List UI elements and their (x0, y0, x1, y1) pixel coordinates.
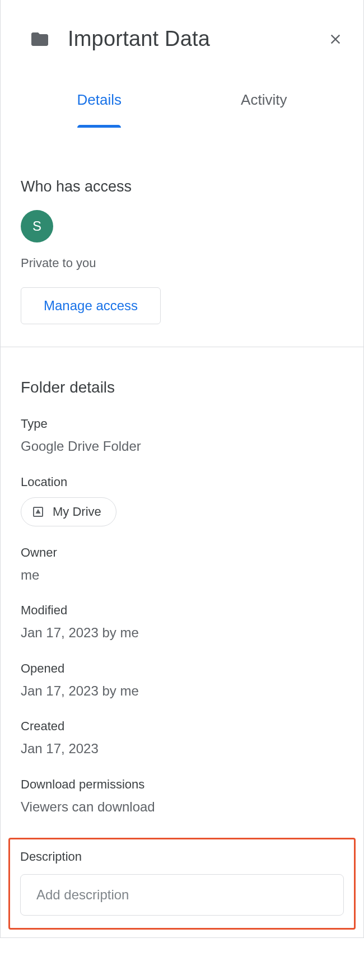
created-value: Jan 17, 2023 (21, 739, 343, 758)
details-panel: Important Data Details Activity Who has … (0, 0, 364, 938)
modified-value: Jan 17, 2023 by me (21, 623, 343, 642)
tab-details[interactable]: Details (77, 91, 122, 128)
folder-details-section: Folder details Type Google Drive Folder … (1, 347, 363, 838)
close-icon (328, 31, 343, 47)
description-input[interactable] (20, 874, 344, 916)
owner-value: me (21, 566, 343, 585)
field-download-permissions: Download permissions Viewers can downloa… (21, 777, 343, 816)
panel-header: Important Data (1, 0, 363, 67)
type-label: Type (21, 417, 343, 431)
tab-bar: Details Activity (1, 67, 363, 128)
location-label: Location (21, 475, 343, 489)
description-highlight: Description (8, 838, 356, 930)
location-value: My Drive (53, 505, 101, 519)
location-chip[interactable]: My Drive (21, 497, 116, 526)
privacy-text: Private to you (21, 256, 343, 270)
created-label: Created (21, 719, 343, 734)
my-drive-icon (31, 505, 45, 519)
description-label: Description (20, 850, 344, 864)
manage-access-button[interactable]: Manage access (21, 287, 161, 324)
field-modified: Modified Jan 17, 2023 by me (21, 603, 343, 642)
owner-label: Owner (21, 545, 343, 560)
opened-label: Opened (21, 661, 343, 676)
download-label: Download permissions (21, 777, 343, 792)
field-type: Type Google Drive Folder (21, 417, 343, 456)
panel-title: Important Data (68, 27, 312, 51)
folder-icon (27, 29, 52, 49)
folder-details-heading: Folder details (21, 379, 343, 396)
opened-value: Jan 17, 2023 by me (21, 682, 343, 701)
access-section: Who has access S Private to you Manage a… (1, 128, 363, 347)
field-owner: Owner me (21, 545, 343, 585)
download-value: Viewers can download (21, 797, 343, 816)
tab-activity[interactable]: Activity (241, 91, 287, 128)
modified-label: Modified (21, 603, 343, 618)
type-value: Google Drive Folder (21, 437, 343, 456)
owner-avatar[interactable]: S (21, 210, 53, 242)
access-heading: Who has access (21, 178, 343, 195)
field-location: Location My Drive (21, 475, 343, 526)
field-opened: Opened Jan 17, 2023 by me (21, 661, 343, 701)
field-created: Created Jan 17, 2023 (21, 719, 343, 758)
close-button[interactable] (328, 31, 343, 47)
